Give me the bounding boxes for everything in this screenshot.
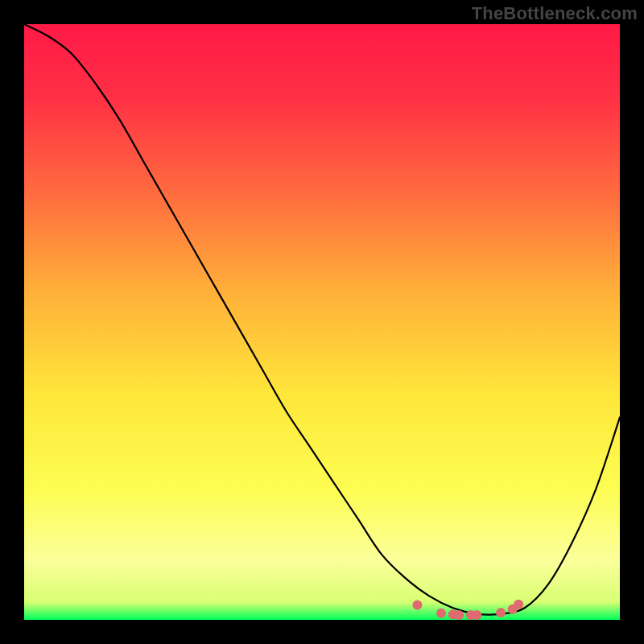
- optimal-range-marker: [496, 608, 506, 617]
- optimal-range-marker: [514, 600, 523, 609]
- optimal-range-marker: [436, 609, 446, 618]
- chart-container: TheBottleneck.com: [0, 0, 644, 644]
- watermark-text: TheBottleneck.com: [472, 3, 638, 24]
- bottleneck-chart: [0, 0, 644, 644]
- chart-background-gradient: [24, 24, 620, 620]
- optimal-range-marker: [454, 610, 464, 620]
- optimal-range-marker: [412, 601, 422, 610]
- optimal-range-marker: [472, 610, 481, 620]
